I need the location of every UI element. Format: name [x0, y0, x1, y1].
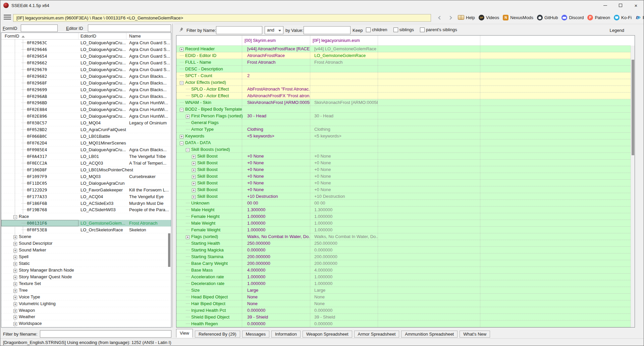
- value-filter-input[interactable]: [304, 26, 351, 34]
- tab-referenced-by-29[interactable]: Referenced By (29): [195, 331, 240, 338]
- conflict-row-spct-count[interactable]: SPCT - Count2: [176, 72, 631, 79]
- header-cell-master-plugin[interactable]: [00] Skyrim.esm: [242, 36, 310, 45]
- expand-icon[interactable]: +: [13, 249, 17, 252]
- tab-what-s-new[interactable]: What's New: [460, 331, 490, 338]
- tree-record-0F029646[interactable]: 0F029646LO_DialogueAgraCru...Agra Crun G…: [1, 46, 171, 53]
- tree-group-scene[interactable]: +Scene: [1, 233, 171, 240]
- hamburger-menu-icon[interactable]: [4, 15, 11, 19]
- tab-view[interactable]: View: [176, 329, 193, 338]
- conflict-row-actor-effects-sorted[interactable]: −Actor Effects (sorted): [176, 79, 631, 86]
- tree-group-voice-type[interactable]: +Voice Type: [1, 294, 171, 300]
- conflict-row-skill-boost[interactable]: +Skill Boost+10 Destruction+10 Destructi…: [176, 193, 631, 200]
- scrollbar-thumb[interactable]: [168, 233, 170, 267]
- conflict-row-hair-biped-object[interactable]: Hair Biped ObjectNoneNone: [176, 300, 631, 307]
- tree-record-0F0296AB[interactable]: 0F0296ABLO_DialogueAgraCru...Agra Crun B…: [1, 93, 171, 100]
- tab-information[interactable]: Information: [271, 331, 301, 338]
- tree-record-0F038C57[interactable]: 0F038C57LO_MQ04Legacy of Orsinium: [1, 120, 171, 126]
- tree-group-texture-set[interactable]: +Texture Set: [1, 280, 171, 287]
- tree-group-weather[interactable]: +Weather: [1, 313, 171, 320]
- minimize-button[interactable]: [597, 0, 613, 10]
- conflict-row-skill-boost[interactable]: +Skill Boost+0 None+0 None: [176, 166, 631, 173]
- conflict-row-health-regen[interactable]: Health Regen0.0000000.000000: [176, 321, 631, 327]
- tree-record-0F02E896[interactable]: 0F02E896LO_DialogueAgraCru...Agra Crun H…: [1, 113, 171, 120]
- breadcrumb[interactable]: [0F] legacyorsinium.esm (9600F3EA) \ Rac…: [13, 14, 431, 22]
- editorid-filter-input[interactable]: [88, 24, 171, 32]
- expand-icon[interactable]: +: [192, 195, 196, 199]
- conflict-row-male-weight[interactable]: Male Weight1.0000001.000000: [176, 220, 631, 227]
- expand-icon[interactable]: +: [192, 182, 196, 185]
- checkbox-siblings[interactable]: siblings: [393, 27, 414, 32]
- expand-icon[interactable]: +: [192, 162, 196, 165]
- conflict-row-first-person-flags-sorted[interactable]: +First Person Flags (sorted)30 - Head30 …: [176, 113, 631, 119]
- conflict-row-armor-type[interactable]: Armor TypeClothingClothing: [176, 126, 631, 133]
- tree-record-0F02968F[interactable]: 0F02968FLO_DialogueAgraCru...Agra Crun B…: [1, 80, 171, 86]
- panel-splitter[interactable]: [172, 24, 173, 328]
- tree-record-0F11DC05[interactable]: 0F11DC05LO_DialogueAgraCrun: [1, 180, 171, 187]
- operator-select[interactable]: and: [265, 26, 283, 34]
- tree-record-0F177A33[interactable]: 0F177A33LO_ACQ04The Vengeful Eye: [1, 193, 171, 200]
- conflict-row-skill-boost[interactable]: +Skill Boost+0 None+0 None: [176, 173, 631, 180]
- conflict-row-starting-health[interactable]: Starting Health250.000000250.000000: [176, 240, 631, 247]
- conflict-row-bod2-biped-body-template[interactable]: −BOD2 - Biped Body Template: [176, 106, 631, 113]
- tab-armor-spreadsheet[interactable]: Armor Spreadsheet: [354, 331, 399, 338]
- link-patreon[interactable]: Patreon: [587, 15, 610, 20]
- column-header-editorid[interactable]: EditorID: [78, 33, 126, 39]
- conflict-row-general-flags[interactable]: General Flags: [176, 119, 631, 126]
- collapse-icon[interactable]: −: [180, 141, 183, 145]
- expand-icon[interactable]: +: [13, 302, 17, 306]
- expand-icon[interactable]: +: [13, 282, 17, 286]
- tree-record-0F0296BD[interactable]: 0F0296BDLO_DialogueAgraCru...Agra Crun H…: [1, 100, 171, 106]
- column-header-name[interactable]: Name: [126, 33, 171, 39]
- conflict-row-acceleration-rate[interactable]: Acceleration rate1.0000001.000000: [176, 274, 631, 280]
- conflict-row-male-height[interactable]: Male Height1.3000001.300000: [176, 207, 631, 213]
- expand-icon[interactable]: +: [13, 289, 17, 293]
- conflict-row-skill-boost[interactable]: +Skill Boost+0 None+0 None: [176, 186, 631, 193]
- conflict-row-data-data[interactable]: −DATA - DATA: [176, 139, 631, 146]
- expand-icon[interactable]: +: [13, 262, 17, 266]
- conflict-row-base-carry-weight[interactable]: Base Carry Weight200.000000200.000000: [176, 260, 631, 267]
- conflict-row-edid-editor-id[interactable]: EDID - Editor IDAtronachFrostRaceLO_Gems…: [176, 52, 631, 59]
- expand-icon[interactable]: +: [180, 48, 183, 51]
- conflict-row-skill-boost[interactable]: +Skill Boost+0 None+0 None: [176, 153, 631, 160]
- tree-record-0F02963C[interactable]: 0F02963CLO_DialogueAgraCru...Agra Crun G…: [1, 40, 171, 46]
- expand-icon[interactable]: +: [13, 276, 17, 279]
- collapse-icon[interactable]: −: [180, 108, 183, 112]
- tree-group-race[interactable]: −Race: [1, 213, 171, 220]
- conflict-row-starting-stamina[interactable]: Starting Stamina200.000000200.000000: [176, 253, 631, 260]
- conflict-row-flags-sorted[interactable]: +Flags (sorted)Walks, No Combat In Water…: [176, 233, 631, 240]
- expand-icon[interactable]: +: [13, 296, 17, 299]
- tree-record-0F02E884[interactable]: 0F02E884LO_DialogueAgraCru...Agra Crun H…: [1, 106, 171, 113]
- expand-icon[interactable]: +: [13, 269, 17, 273]
- tree-group-static[interactable]: +Static: [1, 260, 171, 267]
- tree-record-0F029699[interactable]: 0F029699LO_DialogueAgraCru...Agra Crun B…: [1, 86, 171, 93]
- conflict-row-starting-magicka[interactable]: Starting Magicka0.0000000.000000: [176, 247, 631, 253]
- collapse-icon[interactable]: −: [13, 215, 17, 219]
- conflict-row-skill-boost[interactable]: +Skill Boost+0 None+0 None: [176, 180, 631, 186]
- expand-icon[interactable]: +: [13, 309, 17, 313]
- conflict-row-skill-boosts-sorted[interactable]: −Skill Boosts (sorted): [176, 146, 631, 153]
- tree-record-0F19B768[interactable]: 0F19B768LO_ACSideHW03People of the Para.…: [1, 207, 171, 213]
- link-videos[interactable]: Videos: [479, 15, 499, 20]
- tab-weapon-spreadsheet[interactable]: Weapon Spreadsheet: [303, 331, 352, 338]
- conflict-row-desc-description[interactable]: DESC - Description: [176, 66, 631, 72]
- expand-icon[interactable]: +: [13, 242, 17, 246]
- tree-group-story-manager-quest-node[interactable]: +Story Manager Quest Node: [1, 274, 171, 280]
- maximize-button[interactable]: [613, 0, 628, 10]
- expand-icon[interactable]: +: [186, 235, 190, 239]
- nav-back-button[interactable]: [436, 15, 444, 20]
- conflict-row-deceleration-rate[interactable]: Deceleration rate1.0000001.000000: [176, 280, 631, 287]
- link-discord[interactable]: Discord: [561, 15, 584, 20]
- tree-record-0F122D29[interactable]: 0F122D29LO_FavorGatekeeperKill the Forsw…: [1, 187, 171, 193]
- expand-icon[interactable]: +: [13, 255, 17, 259]
- tree-group-weapon[interactable]: +Weapon: [1, 307, 171, 314]
- tree-group-worldspace[interactable]: +Worldspace: [1, 320, 171, 327]
- tree-record-0F052BD2[interactable]: 0F052BD2LO_AgraCrunFailQuest: [1, 126, 171, 133]
- link-ko-fi[interactable]: Ko-Fi: [614, 15, 632, 20]
- tree-group-sound-descriptor[interactable]: +Sound Descriptor: [1, 240, 171, 247]
- link-nexusmods[interactable]: NexusMods: [503, 15, 533, 20]
- collapse-icon[interactable]: −: [180, 81, 183, 85]
- expand-icon[interactable]: +: [13, 322, 17, 326]
- checkbox-children[interactable]: children: [366, 27, 387, 32]
- formid-filter-input[interactable]: [21, 24, 58, 32]
- expand-icon[interactable]: +: [192, 188, 196, 192]
